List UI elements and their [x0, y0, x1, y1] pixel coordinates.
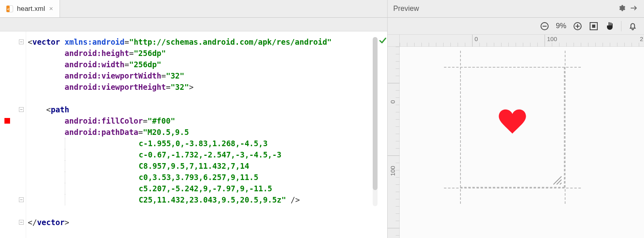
code-token: >	[65, 218, 69, 227]
preview-title: Preview	[393, 4, 419, 13]
zoom-out-icon[interactable]	[540, 21, 549, 31]
code-token: "256dp"	[129, 60, 161, 69]
code-token: =	[124, 60, 129, 69]
ruler-vertical: 0100200	[388, 47, 400, 238]
scrollbar-track[interactable]	[373, 37, 378, 206]
code-token: >	[189, 83, 193, 91]
code-line[interactable]: android:pathData="M20.5,9.5	[28, 126, 378, 138]
fold-toggle-icon[interactable]	[19, 39, 24, 44]
code-line[interactable]: android:viewportHeight="32">	[28, 81, 378, 93]
guide-line	[460, 51, 461, 204]
svg-text:<>: <>	[7, 7, 12, 11]
ruler-horizontal: 01002	[400, 35, 644, 47]
scrollbar-thumb[interactable]	[373, 37, 378, 190]
code-token: c5.207,-5.242,9,-7.97,9,-11.5	[139, 184, 272, 193]
code-token: android:viewportHeight	[65, 83, 166, 91]
preview-pane: Preview 9%	[388, 0, 644, 238]
code-line[interactable]: android:height="256dp"	[28, 48, 378, 59]
fold-toggle-icon[interactable]	[19, 197, 24, 202]
fold-toggle-icon[interactable]	[19, 220, 24, 225]
code-token: xmlns:android	[65, 37, 125, 46]
ruler-h-label: 2	[640, 35, 643, 42]
notifications-icon[interactable]	[628, 21, 638, 31]
code-line[interactable]: </vector>	[28, 217, 378, 228]
code-token: "32"	[171, 83, 189, 91]
code-token: android:pathData	[65, 128, 138, 137]
code-line[interactable]: <vector xmlns:android="http://schemas.an…	[28, 36, 378, 48]
code-token: =	[138, 128, 143, 137]
guide-line	[444, 188, 581, 188]
code-line[interactable]: C8.957,9.5,7,11.432,7,14	[28, 160, 378, 172]
code-token: vector	[32, 37, 64, 46]
code-token: <	[46, 105, 51, 114]
code-token: path	[51, 105, 69, 114]
editor-gutter	[0, 31, 26, 238]
ruler-h-label: 0	[475, 35, 478, 42]
heart-preview-render	[488, 95, 537, 143]
code-token: android:width	[65, 60, 125, 69]
gear-icon[interactable]	[617, 4, 625, 13]
code-area[interactable]: <vector xmlns:android="http://schemas.an…	[26, 31, 378, 238]
code-line[interactable]: c-1.955,0,-3.83,1.268,-4.5,3	[28, 138, 378, 149]
svg-line-12	[560, 183, 561, 184]
code-line[interactable]: android:viewportWidth="32"	[28, 70, 378, 81]
preview-toolbar: 9%	[388, 18, 644, 35]
code-line[interactable]: c5.207,-5.242,9,-7.97,9,-11.5	[28, 183, 378, 194]
code-token: c-1.955,0,-3.83,1.268,-4.5,3	[139, 139, 268, 148]
zoom-percent: 9%	[556, 22, 566, 30]
code-line[interactable]: c0,3.53,3.793,6.257,9,11.5	[28, 172, 378, 183]
ruler-corner	[388, 35, 400, 47]
preview-header: Preview	[388, 0, 644, 18]
hide-panel-icon[interactable]	[630, 5, 638, 12]
code-line[interactable]	[28, 205, 378, 217]
code-line[interactable]: android:width="256dp"	[28, 59, 378, 70]
preview-canvas[interactable]: 01002 0100200	[388, 35, 644, 238]
pan-hand-icon[interactable]	[605, 21, 615, 31]
code-token: android:viewportWidth	[65, 71, 161, 80]
code-token: "#f00"	[147, 116, 175, 125]
code-token: <	[28, 37, 32, 46]
code-token: vector	[37, 218, 65, 227]
guide-line	[565, 51, 566, 204]
tab-strip: <> heart.xml ×	[0, 0, 387, 18]
code-token: "http://schemas.android.com/apk/res/andr…	[129, 37, 332, 46]
code-token: =	[124, 37, 129, 46]
code-token: c-0.67,-1.732,-2.547,-3,-4.5,-3	[139, 150, 282, 159]
code-token: "256dp"	[134, 49, 166, 58]
analysis-ok-icon	[379, 37, 386, 44]
code-line[interactable]: <path	[28, 104, 378, 115]
zoom-fit-icon[interactable]	[589, 21, 599, 31]
resize-handle-icon	[551, 174, 562, 185]
code-token: =	[161, 71, 166, 80]
gutter-color-swatch[interactable]	[4, 118, 10, 124]
editor-pane: <> heart.xml × <vector xmlns:android="ht…	[0, 0, 388, 238]
code-line[interactable]: C25,11.432,23.043,9.5,20.5,9.5z" />	[28, 194, 378, 205]
marker-column	[378, 31, 387, 238]
editor-tab-heart-xml[interactable]: <> heart.xml ×	[0, 0, 60, 17]
close-tab-icon[interactable]: ×	[48, 5, 54, 13]
code-token: =	[143, 116, 147, 125]
editor-sub-bar	[0, 18, 387, 31]
editor-tab-label: heart.xml	[17, 5, 45, 13]
code-token: =	[129, 49, 134, 58]
code-line[interactable]: c-0.67,-1.732,-2.547,-3,-4.5,-3	[28, 149, 378, 160]
toolbar-separator	[621, 21, 621, 31]
code-line[interactable]: android:fillColor="#f00"	[28, 115, 378, 126]
code-token: C8.957,9.5,7,11.432,7,14	[139, 161, 250, 170]
code-token: =	[166, 83, 170, 91]
ruler-h-label: 100	[547, 35, 557, 42]
code-token: </	[28, 218, 37, 227]
code-token: "M20.5,9.5	[143, 128, 189, 137]
code-token: C25,11.432,23.043,9.5,20.5,9.5z"	[139, 195, 286, 204]
code-token: c0,3.53,3.793,6.257,9,11.5	[139, 173, 258, 182]
guide-line	[444, 67, 581, 68]
fold-toggle-icon[interactable]	[19, 107, 24, 112]
editor-body[interactable]: <vector xmlns:android="http://schemas.an…	[0, 31, 387, 238]
code-token: />	[286, 195, 300, 204]
zoom-in-icon[interactable]	[573, 21, 582, 31]
code-token: "32"	[166, 71, 184, 80]
code-token: android:fillColor	[65, 116, 143, 125]
xml-file-icon: <>	[6, 5, 14, 13]
code-line[interactable]	[28, 93, 378, 104]
ruler-v-label: 100	[389, 166, 396, 176]
